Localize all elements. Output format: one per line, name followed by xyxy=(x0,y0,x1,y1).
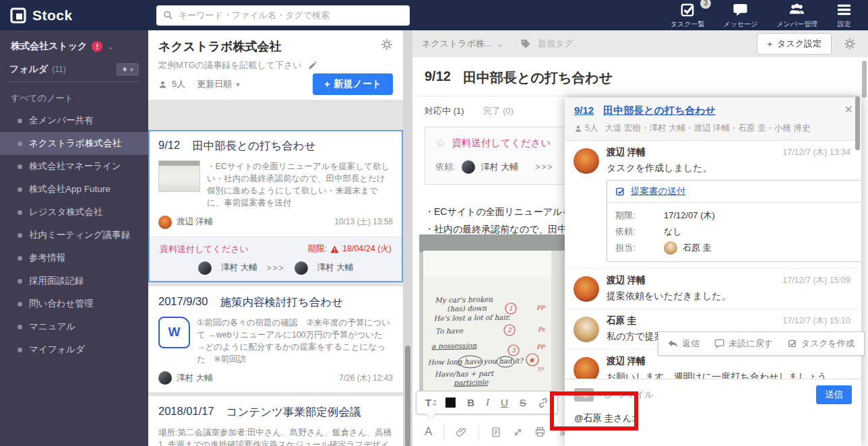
note-excerpt: ・ECサイトの全面リニューアルを提案して欲しい・社内の最終承認前なので、田中部長… xyxy=(207,160,393,210)
sidebar-item-all-notes[interactable]: すべてのノート xyxy=(0,82,148,109)
message-text: 提案依頼をいただきました。 xyxy=(607,290,850,302)
avatar xyxy=(158,216,172,229)
italic-button[interactable]: I xyxy=(486,397,489,408)
sidebar-folder-item[interactable]: マニュアル xyxy=(0,315,148,338)
strikethrough-button[interactable]: S xyxy=(520,397,526,408)
search-input[interactable] xyxy=(179,10,403,20)
sidebar-folder-item[interactable]: 問い合わせ管理 xyxy=(0,292,148,315)
message-text: タスクを作成しました。 xyxy=(607,162,850,174)
gear-icon[interactable] xyxy=(844,38,856,50)
task-requester: なし xyxy=(664,226,682,238)
chat-message: 渡辺 洋輔 17/12/7 (木) 15:09 提案依頼をいただきました。 xyxy=(565,268,861,309)
note-image-whiteboard[interactable]: My car's broken (has) down He's lost a l… xyxy=(419,234,565,391)
sidebar-folder-item[interactable]: 社内ミーティング議事録 xyxy=(0,224,148,247)
task-settings-button[interactable]: + タスク設定 xyxy=(757,33,832,55)
link-icon[interactable] xyxy=(538,397,549,408)
note-card[interactable]: 2018/01/17コンテンツ事業部定例会議 場所:第二会議室参加者:田中さん、… xyxy=(148,396,403,446)
font-color-button[interactable]: A xyxy=(425,425,432,439)
new-tag-input[interactable]: 新規タグ.. xyxy=(538,38,578,50)
edit-pencil-icon[interactable] xyxy=(308,61,317,70)
document-icon[interactable] xyxy=(491,426,501,438)
members-group-icon xyxy=(788,2,805,18)
note-thumbnail-whiteboard xyxy=(158,160,200,192)
message-time: 17/12/7 (木) 15:10 xyxy=(782,315,850,327)
detail-scrollbar-thumb[interactable] xyxy=(862,61,867,98)
underline-button[interactable]: U xyxy=(501,397,508,408)
note-card-selected[interactable]: 9/12田中部長との打ち合わせ ・ECサイトの全面リニューアルを提案して欲しい・… xyxy=(148,130,403,282)
annotation-red-box xyxy=(550,391,638,431)
chat-note-link[interactable]: 9/12 田中部長との打ち合わせ xyxy=(574,104,852,117)
tab-active-tasks[interactable]: 対応中 (1) xyxy=(425,105,464,117)
attach-paperclip-icon[interactable] xyxy=(456,426,467,438)
color-swatch-button[interactable] xyxy=(445,397,456,408)
note-list-header: ネクストラボ株式会社 定例MTGの議事録を記載して下さい 5人 更新日順 ▾ xyxy=(148,30,403,100)
note-card[interactable]: 2017/9/30施策内容検討打ち合わせ W ①前回の各々の宿題の確認 ②来年度… xyxy=(148,286,403,393)
note-task-footer[interactable]: 資料送付してください 期限: 18/04/24 (火) 澤村 大輔 >>> xyxy=(150,236,402,281)
arrows-icon: >>> xyxy=(535,162,553,172)
sidebar-folder-item[interactable]: 採用面談記録 xyxy=(0,269,148,292)
folder-title: ネクストラボ株式会社 xyxy=(158,38,282,55)
sidebar: 株式会社ストック ! ⌄ フォルダ (11) +▾ すべてのノート 全メンバー共… xyxy=(0,30,148,446)
note-list-scrollbar[interactable] xyxy=(403,30,412,446)
org-switcher[interactable]: 株式会社ストック ! ⌄ xyxy=(0,30,148,58)
add-folder-button[interactable]: +▾ xyxy=(117,63,139,75)
sidebar-folder-item[interactable]: 株式会社App Future xyxy=(0,178,148,201)
mark-unread-button[interactable]: 未読に戻す xyxy=(714,338,773,350)
hamburger-menu-icon xyxy=(836,2,852,18)
arrows-icon: >>> xyxy=(266,263,284,273)
text-size-button[interactable]: T xyxy=(425,397,434,408)
tab-done-tasks[interactable]: 完了 (0) xyxy=(483,105,514,117)
message-author: 渡辺 洋輔 xyxy=(607,146,646,158)
folders-header: フォルダ (11) +▾ xyxy=(9,63,139,82)
chat-message: 渡辺 洋輔 17/12/7 (木) 13:34 タスクを作成しました。 提案書の… xyxy=(565,141,861,268)
note-author: 渡辺 洋輔 xyxy=(177,216,212,228)
nav-members[interactable]: メンバー管理 xyxy=(776,2,817,29)
person-icon xyxy=(158,80,167,89)
star-icon[interactable]: ☆ xyxy=(435,136,445,150)
folder-dropdown[interactable]: ネクストラボ株... ⌄ xyxy=(422,38,503,50)
word-doc-icon: W xyxy=(158,317,190,348)
nav-task-list[interactable]: 3 タスク一覧 xyxy=(671,2,705,29)
bullet-icon xyxy=(18,187,22,192)
message-time: 17/12/7 (木) 15:09 xyxy=(782,275,850,286)
sort-selector[interactable]: 更新日順 ▾ xyxy=(197,78,240,90)
create-task-button[interactable]: タスクを作成 xyxy=(788,338,855,350)
bullet-icon xyxy=(18,233,22,238)
scrollbar-thumb[interactable] xyxy=(405,346,410,446)
global-search xyxy=(156,5,410,26)
sidebar-folder-item[interactable]: レジスタ株式会社 xyxy=(0,201,148,224)
sidebar-folder-item[interactable]: 株式会社マネーライン xyxy=(0,155,148,178)
sidebar-folder-item[interactable]: マイフォルダ xyxy=(0,338,148,361)
bold-button[interactable]: B xyxy=(467,397,474,408)
send-button[interactable]: 送信 xyxy=(816,385,852,404)
avatar xyxy=(198,261,212,275)
task-from: 澤村 大輔 xyxy=(221,262,257,274)
app-logo[interactable]: Stock xyxy=(0,7,148,24)
note-detail-toolbar: ネクストラボ株... ⌄ 新規タグ.. + タスク設定 xyxy=(412,30,868,57)
caret-down-icon: ▾ xyxy=(129,65,133,74)
member-count: 5人 xyxy=(172,78,185,90)
plus-icon: + xyxy=(767,39,772,49)
bullet-icon xyxy=(18,279,22,284)
request-label: 依頼: xyxy=(435,161,456,173)
sidebar-folder-item-selected[interactable]: ネクストラボ株式会社 xyxy=(0,132,148,155)
task-title: 資料送付してください xyxy=(160,243,249,255)
tag-icon xyxy=(520,38,531,49)
nav-messages[interactable]: メッセージ xyxy=(723,2,757,29)
task-link[interactable]: 提案書の送付 xyxy=(631,185,685,197)
chat-scrollbar-thumb[interactable] xyxy=(855,96,860,150)
nav-settings[interactable]: 設定 xyxy=(836,2,852,29)
print-icon[interactable] xyxy=(534,426,546,437)
task-card[interactable]: 提案書の送付 期限:17/12/07 (木) 依頼:なし 担当:石原 圭 xyxy=(607,180,861,262)
sidebar-folder-item[interactable]: 参考情報 xyxy=(0,247,148,269)
note-author: 澤村 大輔 xyxy=(177,373,212,384)
message-author: 石原 圭 xyxy=(607,315,636,327)
expand-icon[interactable] xyxy=(513,427,523,437)
sidebar-folder-item[interactable]: 全メンバー共有 xyxy=(0,109,148,132)
close-icon[interactable]: × xyxy=(844,102,852,116)
gear-icon[interactable] xyxy=(381,38,393,51)
bullet-icon xyxy=(18,256,22,261)
new-note-button[interactable]: + 新規ノート xyxy=(313,73,393,95)
reply-button[interactable]: 返信 xyxy=(668,338,700,350)
svg-text:1: 1 xyxy=(509,305,513,312)
